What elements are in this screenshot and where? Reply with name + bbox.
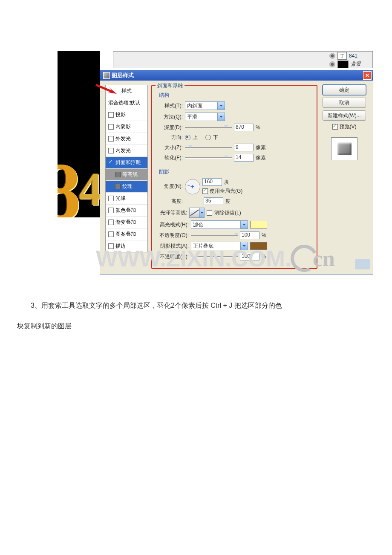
watermark-badge [355,259,370,269]
dialog-title: 图层样式 [112,72,134,79]
style-row-innerglow[interactable]: 内发光 [106,145,147,157]
styles-header[interactable]: 样式 [106,85,147,97]
label-highlight-opacity: 不透明度(O): [157,232,189,239]
altitude-input[interactable]: 35 [204,197,223,205]
label-depth: 深度(D): [157,124,183,131]
label-method: 方法(Q): [157,113,183,121]
checkbox[interactable] [108,196,114,201]
checkbox[interactable] [108,112,114,118]
size-slider[interactable] [185,145,232,150]
radio-label: 上 [193,134,198,141]
checkbox[interactable] [108,124,114,130]
highlight-color-swatch[interactable] [250,221,267,228]
app-icon [104,72,110,78]
label-gloss: 光泽等高线: [157,209,187,217]
panel-title: 斜面和浮雕 [156,82,184,90]
preview-glyph: 8 [58,145,81,217]
figure-screenshot: T 841 背景 8 4 图层样式 ✕ [58,51,373,273]
preview-glyph: 4 [79,162,100,216]
styles-list: 样式 混合选项:默认 投影 内阴影 外发光 内发光 斜面和浮雕 等高线 纹理 光… [105,85,148,252]
label-soften: 软化(F): [157,154,183,162]
direction-up-radio[interactable] [185,135,190,140]
style-select[interactable]: 内斜面 [185,101,225,110]
document-preview: 8 4 [58,51,100,217]
tutorial-step-text: 3、用套索工具选取文字的多个局部选区，羽化2个像素后按 Ctrl + J 把选区… [0,298,392,313]
soften-input[interactable]: 14 [234,154,254,162]
dialog-titlebar[interactable]: 图层样式 ✕ [100,70,373,81]
label-size: 大小(Z): [157,144,183,151]
style-preview-thumb [331,137,357,160]
unit: 像素 [256,144,266,151]
chevron-down-icon[interactable] [217,102,225,110]
style-row-blending[interactable]: 混合选项:默认 [106,97,147,109]
layers-panel: T 841 背景 [113,51,373,68]
highlight-opacity-slider[interactable] [191,232,238,238]
label-highlight-mode: 高光模式(H): [157,221,189,228]
ok-button[interactable]: 确定 [323,85,366,95]
checkbox[interactable] [108,160,114,165]
layer-name[interactable]: 背景 [351,61,361,68]
size-input[interactable]: 9 [234,144,254,151]
layer-thumbnail-text[interactable]: T [338,52,346,59]
close-button[interactable]: ✕ [363,72,371,79]
group-structure: 结构 [159,92,311,99]
style-row-coloroverlay[interactable]: 颜色叠加 [106,205,147,217]
preview-checkbox[interactable] [332,124,338,130]
highlight-mode-select[interactable]: 滤色 [191,220,248,229]
style-row-dropshadow[interactable]: 投影 [106,109,147,121]
visibility-icon[interactable] [329,61,335,67]
cancel-button[interactable]: 取消 [323,98,366,108]
direction-down-radio[interactable] [205,135,211,140]
layer-name[interactable]: 841 [349,53,357,59]
visibility-icon[interactable] [329,53,335,59]
style-row-outerglow[interactable]: 外发光 [106,133,147,145]
chevron-down-icon[interactable] [217,113,225,121]
checkbox[interactable] [108,231,114,237]
label-direction: 方向: [157,134,183,141]
checkbox[interactable] [108,136,114,142]
depth-input[interactable]: 870 [234,124,254,131]
style-row-texture[interactable]: 纹理 [106,181,147,193]
layer-style-dialog: 图层样式 ✕ 样式 混合选项:默认 投影 内阴影 外发光 内发光 斜面和浮雕 等… [100,70,373,274]
checkbox[interactable] [108,208,114,213]
checkbox[interactable] [115,172,121,177]
tutorial-step-text-cont: 块复制到新的图层 [0,319,392,333]
method-select[interactable]: 平滑 [185,113,225,121]
bevel-settings-panel: 斜面和浮雕 结构 样式(T): 内斜面 方法(Q): 平滑 深度(D): [151,85,317,269]
checkbox[interactable] [108,220,114,225]
style-row-gradient[interactable]: 渐变叠加 [106,217,147,228]
antialias-label: 消除锯齿(L) [214,209,241,217]
style-row-innershadow[interactable]: 内阴影 [106,121,147,133]
style-row-contour[interactable]: 等高线 [106,169,147,181]
global-light-label: 使用全局光(G) [210,188,242,195]
unit: 度 [225,198,231,205]
new-style-button[interactable]: 新建样式(W)... [323,110,366,121]
label-altitude: 高度: [157,198,183,205]
checkbox[interactable] [115,184,121,189]
chevron-down-icon[interactable] [199,208,204,217]
style-row-satin[interactable]: 光泽 [106,193,147,205]
global-light-checkbox[interactable] [202,188,208,194]
unit: 像素 [256,154,266,162]
layer-thumbnail-bg[interactable] [338,61,348,68]
preview-label: 预览(V) [340,123,357,130]
label-angle: 角度(N): [157,183,183,190]
group-shading: 阴影 [159,168,311,176]
unit: 度 [224,179,229,186]
angle-input[interactable]: 160 [202,178,222,186]
watermark: WWW.ZIXIN.COM. cn [96,245,335,272]
soften-slider[interactable] [185,155,232,161]
label-style: 样式(T): [157,102,183,110]
angle-control[interactable] [185,179,200,194]
chevron-down-icon[interactable] [240,221,248,228]
radio-label: 下 [213,134,218,141]
highlight-opacity-input[interactable]: 100 [240,231,259,239]
style-row-bevel[interactable]: 斜面和浮雕 [106,157,147,169]
unit: % [256,124,260,130]
style-row-pattern[interactable]: 图案叠加 [106,228,147,240]
antialias-checkbox[interactable] [207,210,212,216]
checkbox[interactable] [108,148,114,153]
unit: % [262,232,266,238]
depth-slider[interactable] [185,124,232,130]
contour-select[interactable] [189,208,205,218]
